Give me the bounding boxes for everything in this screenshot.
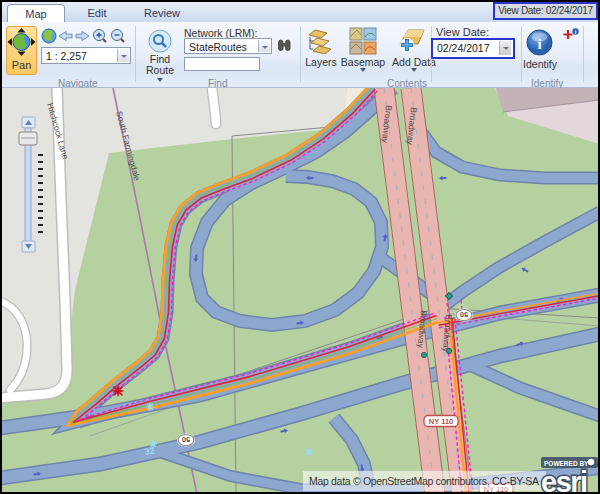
svg-text:NY 110: NY 110 — [429, 417, 453, 426]
svg-text:50: 50 — [460, 310, 468, 319]
svg-text:32: 32 — [144, 445, 156, 457]
svg-text:i: i — [537, 36, 541, 52]
svg-text:Map data © OpenStreetMap contr: Map data © OpenStreetMap contributors, C… — [309, 475, 539, 487]
svg-text:esri: esri — [541, 466, 587, 492]
svg-text:50: 50 — [182, 435, 190, 444]
svg-text:Pan: Pan — [12, 59, 32, 71]
